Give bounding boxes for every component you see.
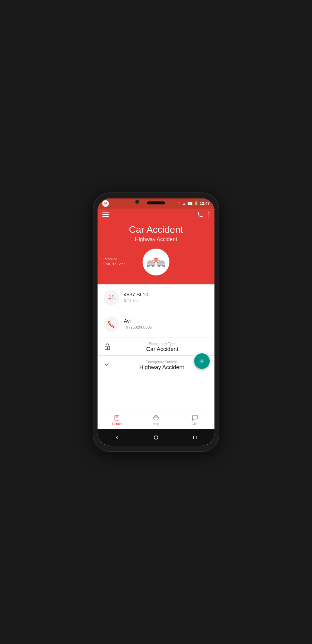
distance-text: 0.11 km	[124, 298, 148, 303]
address-text: 4837 St 10	[124, 292, 148, 298]
phone-icon[interactable]	[197, 212, 203, 218]
svg-rect-34	[193, 436, 197, 439]
map-pin-icon	[106, 293, 116, 302]
svg-point-19	[112, 295, 114, 297]
map-icon	[153, 415, 159, 421]
svg-point-12	[158, 265, 160, 266]
location-text: 4837 St 10 0.11 km	[124, 292, 148, 303]
chat-icon	[192, 415, 198, 421]
speaker	[147, 201, 165, 204]
caller-name: Avi	[124, 318, 152, 324]
wifi-icon: ▲	[183, 202, 186, 205]
emergency-type-row: Emergency Type Car Accident	[98, 338, 214, 356]
svg-rect-10	[159, 261, 164, 263]
chevron-down-icon	[104, 361, 110, 369]
status-bar-right: 📍 ▲ ▮▮▮ 🔋 12:47	[177, 201, 210, 206]
content-area: 4837 St 10 0.11 km Avi +972502060805	[98, 284, 214, 411]
top-bar-actions	[197, 212, 210, 218]
svg-point-6	[148, 265, 149, 266]
emergency-type-label: Emergency Type	[116, 342, 208, 346]
status-bar-left: M	[102, 200, 109, 207]
map-label: Map	[153, 422, 159, 426]
svg-point-8	[152, 265, 154, 266]
emergency-type-value: Car Accident	[116, 346, 208, 352]
battery-icon: 🔋	[194, 201, 198, 205]
caller-icon-wrap	[104, 316, 119, 332]
home-button[interactable]	[152, 434, 160, 441]
emergency-subtype-value: Highway Accident	[115, 364, 208, 371]
car-accident-icon	[146, 255, 166, 269]
accident-icon-circle	[143, 249, 169, 275]
incident-title: Car Accident	[129, 224, 183, 235]
back-button[interactable]	[113, 434, 121, 441]
add-icon	[198, 358, 206, 365]
location-icon-wrap	[104, 290, 119, 305]
received-info: Received 02/01/17 12:46	[104, 257, 125, 266]
received-label: Received	[104, 257, 125, 262]
hamburger-menu[interactable]	[102, 212, 109, 217]
received-date: 02/01/17 12:46	[104, 261, 125, 266]
details-icon	[114, 415, 120, 421]
caller-phone: +972502060805	[124, 325, 152, 329]
recents-button[interactable]	[191, 434, 199, 441]
svg-point-1	[208, 214, 210, 215]
bottom-navigation: Details Map Chat	[98, 411, 214, 429]
svg-point-2	[208, 216, 210, 218]
caller-row: Avi +972502060805	[98, 311, 214, 338]
svg-rect-4	[148, 261, 153, 263]
lock-icon	[104, 343, 111, 352]
camera	[135, 200, 139, 204]
more-icon[interactable]	[208, 212, 210, 218]
android-nav-bar	[98, 429, 214, 446]
nav-details[interactable]: Details	[98, 411, 137, 429]
svg-point-14	[163, 265, 164, 266]
svg-rect-17	[108, 296, 111, 298]
phone-device: M 📍 ▲ ▮▮▮ 🔋 12:47	[93, 193, 219, 451]
time-display: 12:47	[200, 201, 210, 206]
incident-header: Car Accident Highway Accident Received 0…	[98, 221, 214, 284]
svg-point-33	[154, 436, 158, 439]
nav-map[interactable]: Map	[137, 411, 176, 429]
app-logo: M	[102, 200, 109, 207]
details-label: Details	[112, 422, 122, 426]
phone-caller-icon	[107, 320, 116, 329]
nav-chat[interactable]: Chat	[175, 411, 214, 429]
phone-screen: M 📍 ▲ ▮▮▮ 🔋 12:47	[98, 198, 214, 446]
signal-icon: ▮▮▮	[187, 201, 193, 205]
emergency-subtype-row[interactable]: Emergency Subtype Highway Accident	[98, 356, 214, 374]
location-icon: 📍	[177, 201, 181, 206]
chat-label: Chat	[191, 422, 198, 426]
top-bar	[98, 209, 214, 221]
caller-text: Avi +972502060805	[124, 318, 152, 329]
svg-point-0	[208, 212, 210, 213]
location-row: 4837 St 10 0.11 km	[98, 284, 214, 311]
incident-subtitle: Highway Accident	[135, 236, 177, 243]
fab-button[interactable]	[194, 353, 210, 369]
emergency-type-content: Emergency Type Car Accident	[116, 342, 208, 352]
